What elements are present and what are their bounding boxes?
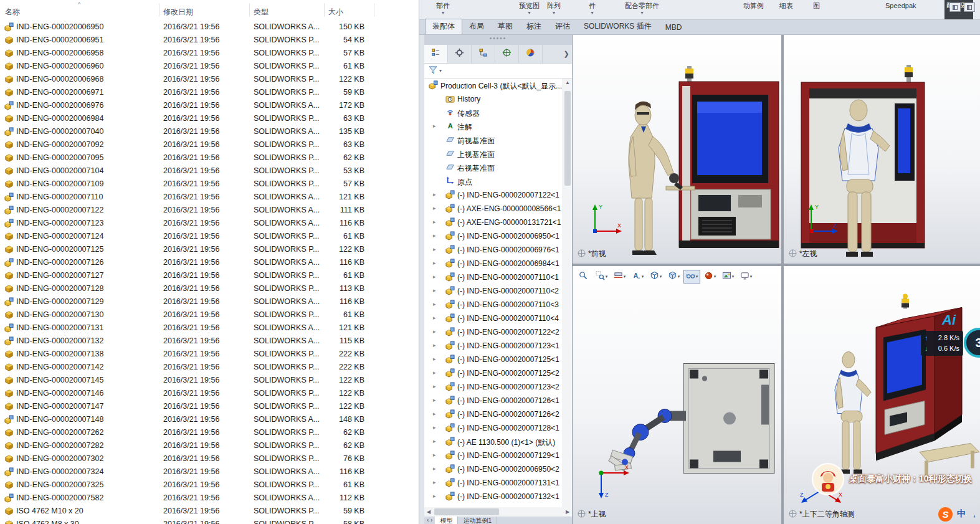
expand-arrow-icon[interactable]: ▸ (433, 342, 436, 348)
tree-horizontal-scrollbar[interactable]: ◀ ▶ (424, 507, 572, 517)
tree-item[interactable]: ▸(-) IND-ENG-000020007110<4 (424, 312, 563, 325)
tree-item[interactable]: ▸(-) AE 1130.500 (1)<1> (默认) (424, 435, 563, 449)
panel-pin-button[interactable] (964, 2, 975, 12)
file-row[interactable]: IND-ENG-0000200069762016/3/21 19:56SOLID… (0, 99, 419, 112)
column-divider[interactable] (324, 3, 325, 17)
tree-item[interactable]: 右视基准面 (424, 161, 563, 174)
file-row[interactable]: IND-ENG-0000200071462016/3/21 19:56SOLID… (0, 387, 419, 400)
expand-arrow-icon[interactable]: ▸ (433, 219, 436, 225)
file-row[interactable]: IND-ENG-0000200069602016/3/21 19:56SOLID… (0, 60, 419, 73)
file-row[interactable]: IND-ENG-0000200071232016/3/21 19:56SOLID… (0, 217, 419, 230)
file-row[interactable]: IND-ENG-0000200071092016/3/21 19:56SOLID… (0, 178, 419, 191)
tree-item[interactable]: ▸(-) IND-ENG-000020007131<1 (424, 476, 563, 490)
file-row[interactable]: IND-ENG-0000200069512016/3/21 19:56SOLID… (0, 34, 419, 47)
column-divider[interactable] (159, 3, 159, 17)
expand-arrow-icon[interactable]: ▸ (433, 424, 436, 431)
tree-item[interactable]: ▸(-) IND-ENG-000020007128<1 (424, 421, 563, 435)
tree-item[interactable]: ▸(-) IND-ENG-000020007125<2 (424, 366, 563, 380)
tree-item[interactable]: ▸(-) IND-ENG-000020007110<2 (424, 284, 563, 298)
expand-arrow-icon[interactable]: ▸ (433, 232, 436, 239)
expand-arrow-icon[interactable]: ▸ (433, 123, 436, 129)
file-row[interactable]: IND-ENG-0000200069682016/3/21 19:56SOLID… (0, 73, 419, 86)
tree-item[interactable]: ▸(-) IND-ENG-000020007110<3 (424, 298, 563, 312)
tree-root-assembly[interactable]: Production Cell-3 (默认<默认_显示... (424, 79, 563, 92)
ad-text[interactable]: 桌面暴富小财神：10种形态切换 (849, 474, 973, 485)
expand-arrow-icon[interactable]: ▸ (433, 465, 436, 472)
propertymanager-tab[interactable] (448, 45, 472, 63)
command-tab-4[interactable]: 标注 (520, 19, 548, 34)
expand-arrow-icon[interactable]: ▸ (433, 301, 436, 307)
file-row[interactable]: IND-ENG-0000200071272016/3/21 19:56SOLID… (0, 269, 419, 282)
column-header-size[interactable]: 大小 (328, 7, 343, 17)
expand-arrow-icon[interactable]: ▸ (433, 493, 436, 499)
ribbon-button-9[interactable]: Speedpak (885, 2, 916, 10)
file-row[interactable]: IND-ENG-0000200072822016/3/21 19:56SOLID… (0, 439, 419, 452)
panel-tabs-overflow-button[interactable]: ❯ (561, 45, 572, 63)
tree-item[interactable]: ▸(-) IND-ENG-000020006950<2 (424, 462, 563, 476)
tree-item[interactable]: 传感器 (424, 106, 563, 120)
tree-item[interactable]: ▸(-) AXE-ENG-000000131721<1 (424, 216, 563, 229)
expand-arrow-icon[interactable]: ▸ (433, 411, 436, 417)
expand-arrow-icon[interactable]: ▸ (433, 191, 436, 198)
tree-item[interactable]: ▸(-) IND-ENG-000020006984<1 (424, 257, 563, 270)
expand-arrow-icon[interactable]: ▸ (433, 452, 436, 458)
tree-vertical-scrollbar[interactable]: ▲ (563, 79, 572, 507)
expand-arrow-icon[interactable]: ▸ (433, 328, 436, 335)
dimxpert-tab[interactable] (495, 45, 519, 63)
configurationmanager-tab[interactable] (472, 45, 495, 63)
tree-item[interactable]: ▸(-) IND-ENG-000020007126<2 (424, 407, 563, 421)
ribbon-button-3[interactable]: 阵列▾ (547, 2, 561, 16)
tree-item[interactable]: ▸(-) IND-ENG-000020007126<1 (424, 394, 563, 407)
sogou-logo-icon[interactable]: S (938, 507, 953, 522)
ribbon-button-2[interactable]: 预览图▾ (519, 2, 540, 16)
file-row[interactable]: IND-ENG-0000200071102016/3/21 19:56SOLID… (0, 191, 419, 204)
column-header-name[interactable]: 名称 (5, 7, 20, 17)
scroll-left-arrow[interactable]: ◀ (424, 507, 433, 517)
file-row[interactable]: I­ND-ENG-0000200071472016/3/21 19:56SOLI… (0, 400, 419, 413)
expand-arrow-icon[interactable]: ▸ (433, 383, 436, 389)
command-tab-2[interactable]: 布局 (462, 19, 491, 34)
file-row[interactable]: IND-ENG-0000200070402016/3/21 19:56SOLID… (0, 125, 419, 138)
viewport-left[interactable]: Y Z *左视 (784, 35, 980, 264)
punctuation-mode-button[interactable]: ， (970, 508, 979, 520)
featuremanager-tab[interactable] (424, 45, 448, 63)
command-tab-3[interactable]: 草图 (491, 19, 520, 34)
displaymanager-tab[interactable] (519, 45, 543, 63)
tree-item[interactable]: ▸(-) IND-ENG-000020006976<1 (424, 243, 563, 257)
column-header-type[interactable]: 类型 (254, 7, 269, 17)
tree-item[interactable]: 前视基准面 (424, 133, 563, 147)
scrollbar-thumb[interactable] (434, 508, 499, 515)
scrollbar-thumb[interactable] (564, 91, 571, 186)
model-tab[interactable]: 模型 (435, 517, 458, 524)
file-row[interactable]: IND-ENG-0000200069582016/3/21 19:56SOLID… (0, 47, 419, 60)
expand-arrow-icon[interactable]: ▸ (433, 274, 436, 280)
file-row[interactable]: ISO 4762 M8 x 302016/3/21 19:56SOLIDWORK… (0, 518, 419, 524)
expand-arrow-icon[interactable]: ▸ (433, 287, 436, 293)
column-divider[interactable] (374, 3, 374, 17)
command-tab-7[interactable]: MBD (659, 21, 689, 34)
scroll-right-arrow[interactable]: ▶ (563, 507, 572, 517)
file-row[interactable]: IND-ENG-0000200071312016/3/21 19:56SOLID… (0, 322, 419, 335)
expand-arrow-icon[interactable]: ▸ (433, 260, 436, 266)
language-mode-button[interactable]: 中 (957, 508, 966, 520)
ad-avatar[interactable] (812, 463, 844, 495)
expand-arrow-icon[interactable]: ▸ (433, 315, 436, 321)
file-row[interactable]: IND-ENG-0000200073252016/3/21 19:56SOLID… (0, 479, 419, 492)
tab-scroll-arrows[interactable]: ‹ › (424, 517, 435, 524)
file-row[interactable]: IND-ENG-0000200073242016/3/21 19:56SOLID… (0, 465, 419, 479)
ribbon-button-8[interactable]: 图 (813, 2, 820, 10)
file-row[interactable]: IND-ENG-0000200071222016/3/21 19:56SOLID… (0, 204, 419, 217)
tree-item[interactable]: ▸(-) IND-ENG-000020007122<2 (424, 325, 563, 339)
file-row[interactable]: IND-ENG-0000200069712016/3/21 19:56SOLID… (0, 86, 419, 99)
command-tab-6[interactable]: SOLIDWORKS 插件 (577, 19, 659, 34)
file-row[interactable]: IND-ENG-0000200071302016/3/21 19:56SOLID… (0, 308, 419, 322)
tree-item[interactable]: ▸(-) IND-ENG-000020007123<2 (424, 380, 563, 394)
tree-item[interactable]: ▸(-) IND-ENG-000020006950<1 (424, 229, 563, 243)
file-row[interactable]: IND-ENG-0000200069842016/3/21 19:56SOLID… (0, 112, 419, 125)
command-tab-1[interactable]: 装配体 (425, 19, 462, 34)
tree-item[interactable]: ▸(-) IND-ENG-000020007122<1 (424, 188, 563, 202)
ribbon-button-1[interactable]: 部件▾ (436, 2, 450, 16)
ai-overlay-logo[interactable]: Ai (942, 312, 956, 328)
expand-arrow-icon[interactable]: ▸ (433, 356, 436, 362)
tree-item[interactable]: History (424, 92, 563, 106)
